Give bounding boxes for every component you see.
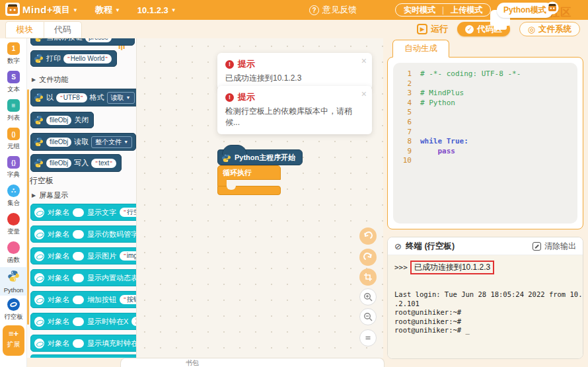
backpack-label: 书包: [186, 358, 199, 367]
mode-separator: |: [442, 5, 444, 15]
menu-tutorial[interactable]: 教程▼: [95, 4, 120, 16]
section-screen-display[interactable]: ▶屏幕显示: [32, 190, 68, 200]
right-panel: 自动生成 1# -*- coding: UTF-8 -*- 2 3# MindP…: [383, 38, 588, 367]
python-mode-badge[interactable]: Python模式: [497, 3, 553, 18]
run-button[interactable]: ▶ 运行: [417, 23, 448, 35]
zoom-in-button[interactable]: [359, 288, 377, 306]
terminal-line: Last login: Tue Jun 28 18:05:24 2022 fro…: [394, 290, 576, 300]
close-icon[interactable]: ×: [361, 89, 367, 99]
tab-auto-generate[interactable]: 自动生成: [392, 40, 449, 58]
file-system-button[interactable]: ◎ 文件系统: [519, 22, 580, 36]
zoom-reset-button[interactable]: [359, 329, 377, 347]
dropdown[interactable]: 整个文件▼: [91, 136, 132, 148]
palette-scrollbar[interactable]: [27, 89, 29, 325]
python-icon: [34, 137, 44, 147]
palette-block-file-write[interactable]: fileObj 写入 "text": [30, 154, 122, 172]
mode-live[interactable]: 实时模式: [404, 5, 435, 16]
unihiker-icon: [34, 208, 44, 218]
generated-code: 1# -*- coding: UTF-8 -*- 2 3# MindPlus 4…: [393, 63, 577, 224]
mode-upload[interactable]: 上传模式: [451, 5, 482, 16]
palette-block-display-image[interactable]: 对象名 显示图片 "img.p: [30, 247, 137, 265]
terminal-line: root@unihiker:~#: [394, 308, 576, 317]
tab-code[interactable]: 代码: [44, 21, 82, 38]
sidebar-item-python[interactable]: Python: [0, 267, 27, 296]
chevron-down-icon: ▼: [171, 7, 176, 13]
menu-project[interactable]: 项目▼: [53, 4, 78, 16]
sidebar-item-unihiker[interactable]: 行空板: [0, 296, 27, 324]
palette-block-partial[interactable]: 当鼠标按键 presse: [30, 38, 135, 46]
editor-tabs: 模块 代码: [5, 21, 82, 38]
robot-logo-icon: [5, 3, 20, 16]
block-loop-forever[interactable]: 循环执行: [217, 165, 281, 180]
redo-button[interactable]: [359, 249, 377, 266]
terminal-output: >>> 已成功连接到10.1.2.3 Last login: Tue Jun 2…: [388, 255, 583, 359]
logo-text: Mind+: [22, 4, 53, 15]
palette-block-file-read[interactable]: fileObj 读取 整个文件▼: [30, 133, 136, 151]
palette-block-display-segment-font[interactable]: 对象名 显示仿数码管字体: [30, 225, 137, 243]
screenshot-button[interactable]: [359, 268, 377, 286]
clear-output-button[interactable]: 清除输出: [533, 241, 576, 252]
palette-block-add-button[interactable]: 对象名 增加按钮 "按钮: [30, 291, 137, 308]
terminal-title: 终端 (行空板): [406, 241, 455, 252]
palette-block-file-close[interactable]: fileObj 关闭: [30, 112, 94, 128]
zoom-out-button[interactable]: [359, 308, 377, 325]
python-icon: [34, 158, 44, 168]
sidebar-item-text[interactable]: S 文本: [0, 68, 27, 97]
robot-avatar-icon: [546, 1, 559, 15]
unihiker-icon: [7, 298, 20, 311]
sidebar-item-number[interactable]: 1 数字: [0, 40, 27, 68]
python-icon: [221, 153, 231, 163]
python-icon: [34, 54, 44, 63]
extension-button[interactable]: ≡+ 扩展: [3, 325, 24, 356]
sidebar-item-tuple[interactable]: () 元组: [0, 125, 27, 153]
tab-blocks[interactable]: 模块: [5, 21, 44, 38]
unihiker-icon: [34, 317, 44, 327]
sidebar-item-function[interactable]: 函数: [0, 239, 27, 267]
dict-icon: {}: [7, 156, 20, 169]
section-unihiker: 行空板: [30, 175, 54, 186]
sidebar-item-list[interactable]: ≡ 列表: [0, 97, 27, 125]
backpack-bar[interactable]: 书包: [120, 358, 385, 367]
sidebar-item-set[interactable]: ∴ 集合: [0, 182, 27, 210]
target-icon: ◎: [528, 25, 535, 34]
palette-block-print[interactable]: 打印 "Hello World": [30, 50, 117, 67]
terminal-line: .2.101: [394, 300, 576, 309]
terminal-line: root@unihiker:~# _: [394, 326, 576, 335]
clear-icon: [533, 242, 541, 251]
chevron-down-icon: ▼: [115, 7, 120, 13]
feedback-button[interactable]: ? 意见反馈: [309, 4, 357, 16]
close-icon[interactable]: ×: [361, 56, 367, 65]
palette-block-display-clock[interactable]: 对象名 显示时钟在X 120: [30, 313, 137, 330]
section-file-functions[interactable]: ▶文件功能: [32, 75, 68, 85]
sidebar-item-dict[interactable]: {} 字典: [0, 153, 27, 182]
toast-dependency-check: !提示 检测行空板上的依赖库版本中，请稍候... ×: [217, 86, 372, 134]
menu-device-address[interactable]: 10.1.2.3▼: [137, 5, 176, 15]
triangle-icon: ▶: [32, 192, 36, 198]
sidebar-item-variable[interactable]: 变量: [0, 210, 27, 239]
palette-block-display-fill-clock[interactable]: 对象名 显示填充时钟在X: [30, 335, 137, 352]
variable-icon: [7, 213, 20, 225]
terminal-header: ⊘ 终端 (行空板) 清除输出: [388, 237, 583, 255]
python-icon: [7, 270, 20, 282]
unihiker-icon: [34, 273, 44, 283]
check-icon: ✓: [465, 25, 474, 34]
text-icon: S: [7, 71, 20, 83]
mode-switch[interactable]: 实时模式 | 上传模式: [395, 3, 491, 17]
list-icon: ≡: [7, 99, 20, 112]
category-sidebar: 1 数字 S 文本 ≡ 列表 () 元组 {} 字典 ∴ 集合 变量 函数 Py…: [0, 38, 27, 367]
palette-block-display-text[interactable]: 对象名 显示文字 "行空: [30, 204, 137, 221]
alert-icon: !: [225, 93, 234, 102]
palette-block-display-emoji[interactable]: 对象名 显示内置动态表情: [30, 269, 137, 286]
block-loop-bottom: [217, 186, 281, 195]
dropdown[interactable]: 读取▼: [107, 92, 135, 104]
workspace-canvas[interactable]: !提示 已成功连接到10.1.2.3 × !提示 检测行空板上的依赖库版本中，请…: [137, 38, 383, 358]
alert-icon: !: [225, 60, 234, 69]
block-python-main-start[interactable]: Python主程序开始: [217, 149, 303, 165]
unihiker-icon: [34, 339, 44, 348]
undo-button[interactable]: [359, 227, 377, 245]
unihiker-icon: [34, 251, 44, 261]
mindplus-logo[interactable]: Mind+: [5, 3, 53, 16]
terminal-line: root@unihiker:~#: [394, 317, 576, 327]
palette-block-open-format[interactable]: 以 "UTF8" 格式 读取▼ 档: [30, 89, 137, 106]
palette-block-clipped[interactable]: [30, 354, 137, 358]
